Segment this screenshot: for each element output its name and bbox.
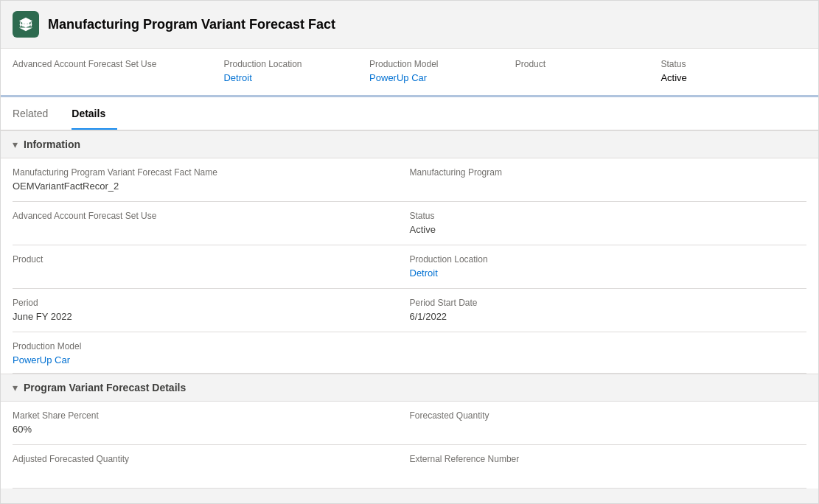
field-label-aafsu: Advanced Account Forecast Set Use [13,211,380,221]
field-spacer [410,332,807,374]
record-summary: Advanced Account Forecast Set Use Produc… [1,49,818,97]
field-product: Product [13,245,410,289]
field-label-adj-forecasted-qty: Adjusted Forecasted Quantity [13,454,380,464]
field-period-start: Period Start Date 6/1/2022 [410,289,807,332]
main-content: ▾ Information Manufacturing Program Vari… [1,130,818,489]
field-adj-forecasted-qty: Adjusted Forecasted Quantity [13,445,410,489]
field-status: Status Active [410,202,807,245]
field-value-period: June FY 2022 [13,311,380,324]
field-period: Period June FY 2022 [13,289,410,332]
field-prod-model: Production Model PowerUp Car [13,332,410,374]
field-forecasted-qty: Forecasted Quantity [410,402,807,445]
field-label-prod-location: Production Location [410,254,807,265]
tab-related[interactable]: Related [13,97,60,130]
field-value-forecasted-qty [410,424,807,437]
field-ext-ref-num: External Reference Number [410,445,807,489]
section-title-information: Information [24,139,80,150]
section-header-information: ▾ Information [1,130,818,158]
field-value-mfg-program [410,181,807,194]
field-label-status: Status [410,211,807,221]
summary-field-status: Status Active [661,59,806,83]
field-value-prod-location[interactable]: Detroit [410,267,438,279]
section-header-forecast: ▾ Program Variant Forecast Details [1,374,818,402]
field-value-period-start: 6/1/2022 [410,311,807,324]
field-prod-location: Production Location Detroit [410,245,807,289]
page-header: Manufacturing Program Variant Forecast F… [1,1,818,49]
field-aafsu: Advanced Account Forecast Set Use [13,202,410,245]
field-mfg-program: Manufacturing Program [410,158,807,202]
summary-label-aafsu: Advanced Account Forecast Set Use [13,59,209,69]
field-label-prod-model: Production Model [13,341,380,351]
field-value-ext-ref-num [410,467,807,480]
summary-field-aafsu: Advanced Account Forecast Set Use [13,59,223,83]
field-value-prod-model[interactable]: PowerUp Car [13,354,70,365]
fields-grid-information: Manufacturing Program Variant Forecast F… [1,158,818,374]
summary-label-product: Product [515,59,647,69]
field-value-aafsu [13,224,380,237]
app-wrapper: Manufacturing Program Variant Forecast F… [0,0,819,504]
manufacturing-icon [18,16,34,32]
field-value-status: Active [410,224,807,237]
field-label-mfg-name: Manufacturing Program Variant Forecast F… [13,167,380,178]
section-title-forecast: Program Variant Forecast Details [24,382,186,393]
tab-details[interactable]: Details [72,97,117,130]
summary-field-location: Production Location Detroit [223,59,369,83]
summary-field-product: Product [515,59,661,83]
summary-value-model[interactable]: PowerUp Car [369,72,427,83]
field-label-mfg-program: Manufacturing Program [410,167,807,178]
summary-field-model: Production Model PowerUp Car [369,59,515,83]
field-market-share: Market Share Percent 60% [13,402,410,445]
collapse-toggle-information[interactable]: ▾ [13,139,18,150]
field-value-mfg-name: OEMVariantFactRecor_2 [13,181,380,194]
page-title: Manufacturing Program Variant Forecast F… [48,17,335,32]
summary-label-model: Production Model [369,59,501,69]
summary-label-location: Production Location [223,59,355,69]
collapse-toggle-forecast[interactable]: ▾ [13,382,18,393]
field-label-forecasted-qty: Forecasted Quantity [410,410,807,421]
fields-grid-forecast: Market Share Percent 60% Forecasted Quan… [1,402,818,489]
field-label-ext-ref-num: External Reference Number [410,454,807,464]
field-value-product [13,267,380,281]
field-label-period: Period [13,298,380,308]
section-information: ▾ Information Manufacturing Program Vari… [1,130,818,374]
summary-value-status: Active [661,72,792,83]
field-value-market-share: 60% [13,424,380,437]
summary-label-status: Status [661,59,792,69]
field-label-product: Product [13,254,380,265]
field-mfg-name: Manufacturing Program Variant Forecast F… [13,158,410,202]
summary-value-location[interactable]: Detroit [223,72,251,83]
field-label-market-share: Market Share Percent [13,410,380,421]
section-forecast-details: ▾ Program Variant Forecast Details Marke… [1,374,818,489]
app-icon [13,11,39,38]
field-value-adj-forecasted-qty [13,467,380,480]
field-label-period-start: Period Start Date [410,298,807,308]
tabs-container: Related Details [1,97,818,130]
